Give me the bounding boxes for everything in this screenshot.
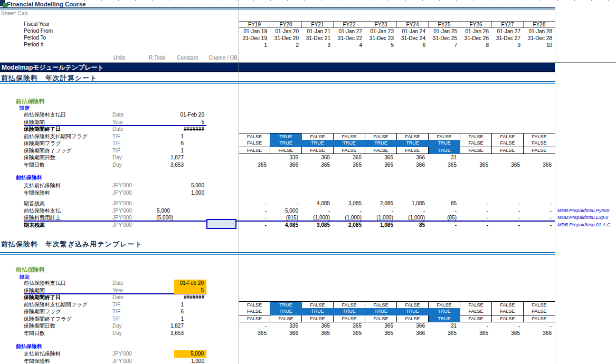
constant-value[interactable]: 5 — [201, 119, 204, 126]
active-selected-cell[interactable]: - — [206, 219, 236, 229]
flag-cell[interactable]: FALSE — [524, 147, 555, 155]
row-total-value[interactable]: 5,000 — [157, 207, 170, 215]
flag-cell[interactable]: FALSE — [460, 315, 492, 323]
period-to-cell[interactable]: 31-Dec 23 — [365, 35, 397, 42]
value-cell[interactable]: - — [397, 207, 429, 215]
value-cell[interactable]: - — [239, 322, 270, 330]
flag-cell[interactable]: TRUE — [270, 140, 302, 147]
flag-cell[interactable]: TRUE — [302, 140, 334, 147]
constant-value[interactable]: 1,000 — [191, 189, 204, 197]
value-cell[interactable]: 3,085 — [302, 222, 334, 229]
value-cell[interactable]: 365 — [302, 154, 334, 161]
fy-header-cell[interactable]: FY20 — [270, 21, 302, 28]
value-cell[interactable]: - — [492, 322, 524, 330]
period-num-cell[interactable]: 6 — [397, 42, 429, 49]
period-num-cell[interactable]: 5 — [365, 42, 397, 49]
row-total-value[interactable]: 1,827 — [170, 154, 184, 161]
value-cell[interactable]: 366 — [524, 330, 555, 337]
value-cell[interactable]: 365 — [365, 330, 397, 337]
period-to-cell[interactable]: 31-Dec 21 — [302, 35, 334, 42]
value-cell[interactable]: 2,085 — [365, 200, 397, 207]
flag-cell[interactable]: FALSE — [524, 315, 555, 323]
flag-cell[interactable]: TRUE — [334, 140, 365, 147]
fy-header-cell[interactable]: FY26 — [460, 21, 492, 28]
value-cell[interactable]: 365 — [302, 161, 334, 169]
value-cell[interactable]: 4,085 — [270, 222, 302, 229]
period-num-cell[interactable]: 10 — [524, 42, 555, 49]
period-to-cell[interactable]: 31-Dec 22 — [334, 35, 365, 42]
constant-value[interactable]: 01-Feb 20 — [180, 111, 204, 119]
flag-cell[interactable]: FALSE — [239, 315, 270, 323]
flag-cell[interactable]: FALSE — [334, 301, 365, 309]
period-from-cell[interactable]: 01-Jan 22 — [334, 28, 365, 35]
fy-header-cell[interactable]: FY27 — [492, 21, 524, 28]
flag-cell[interactable]: FALSE — [524, 308, 555, 315]
flag-cell[interactable]: TRUE — [334, 308, 365, 315]
value-cell[interactable]: 365 — [334, 330, 365, 337]
flag-cell[interactable]: FALSE — [397, 133, 429, 140]
row-total-value[interactable]: 1 — [181, 133, 184, 140]
value-cell[interactable]: - — [302, 207, 334, 215]
value-cell[interactable]: 365 — [492, 161, 524, 169]
value-cell[interactable]: 365 — [302, 322, 334, 330]
row-total-value[interactable]: 6 — [181, 140, 184, 147]
value-cell[interactable]: 366 — [270, 330, 302, 337]
value-cell[interactable]: 5,000 — [270, 207, 302, 215]
value-cell[interactable]: - — [270, 200, 302, 207]
flag-cell[interactable]: TRUE — [270, 308, 302, 315]
flag-cell[interactable]: FALSE — [460, 301, 492, 309]
value-cell[interactable]: 1,085 — [397, 200, 429, 207]
flag-cell[interactable]: FALSE — [460, 133, 492, 140]
flag-cell[interactable]: FALSE — [492, 315, 524, 323]
value-cell[interactable]: 365 — [334, 322, 365, 330]
value-cell[interactable]: 365 — [365, 161, 397, 169]
period-from-cell[interactable]: 01-Jan 19 — [239, 28, 270, 35]
flag-cell[interactable]: FALSE — [270, 147, 302, 155]
flag-cell[interactable]: FALSE — [302, 315, 334, 323]
constant-value[interactable]: ####### — [184, 126, 204, 133]
flag-cell[interactable]: TRUE — [397, 140, 429, 147]
value-cell[interactable]: 365 — [239, 161, 270, 169]
flag-cell[interactable]: TRUE — [365, 308, 397, 315]
fy-header-cell[interactable]: FY22 — [334, 21, 365, 28]
value-cell[interactable]: 365 — [365, 322, 397, 330]
value-cell[interactable]: 335 — [270, 154, 302, 161]
flag-cell[interactable]: FALSE — [460, 308, 492, 315]
value-cell[interactable]: - — [429, 207, 460, 215]
period-num-cell[interactable]: 7 — [429, 42, 460, 49]
value-cell[interactable]: 365 — [429, 161, 460, 169]
period-from-cell[interactable]: 01-Jan 23 — [365, 28, 397, 35]
input-cell-highlighted[interactable]: 5,000 — [174, 350, 206, 358]
row-total-value[interactable]: 1 — [181, 301, 184, 309]
flag-cell[interactable]: FALSE — [239, 301, 270, 309]
row-total-value[interactable]: 3,653 — [170, 161, 184, 169]
period-from-cell[interactable]: 01-Jan 24 — [397, 28, 429, 35]
flag-cell[interactable]: FALSE — [302, 133, 334, 140]
flag-cell[interactable]: FALSE — [524, 301, 555, 309]
flag-cell[interactable]: TRUE — [302, 308, 334, 315]
value-cell[interactable]: 365 — [302, 330, 334, 337]
value-cell[interactable]: 366 — [397, 154, 429, 161]
flag-cell[interactable]: TRUE — [429, 140, 460, 147]
value-cell[interactable]: - — [524, 322, 555, 330]
flag-cell[interactable]: TRUE — [429, 308, 460, 315]
flag-cell[interactable]: FALSE — [460, 140, 492, 147]
flag-cell[interactable]: FALSE — [334, 133, 365, 140]
flag-cell[interactable]: TRUE — [397, 308, 429, 315]
period-to-cell[interactable]: 31-Dec 19 — [239, 35, 270, 42]
row-total-value[interactable]: 1 — [181, 147, 184, 155]
value-cell[interactable]: - — [460, 322, 492, 330]
flag-cell[interactable]: FALSE — [492, 133, 524, 140]
flag-cell[interactable]: TRUE — [429, 147, 460, 155]
flag-cell[interactable]: FALSE — [492, 140, 524, 147]
row-total-value[interactable]: 1,827 — [170, 322, 184, 330]
value-cell[interactable]: - — [460, 200, 492, 207]
flag-cell[interactable]: TRUE — [270, 301, 302, 309]
fy-header-cell[interactable]: FY23 — [365, 21, 397, 28]
value-cell[interactable]: - — [239, 222, 270, 229]
value-cell[interactable]: 365 — [460, 161, 492, 169]
flag-cell[interactable]: FALSE — [302, 301, 334, 309]
fy-header-cell[interactable]: FY21 — [302, 21, 334, 28]
period-from-cell[interactable]: 01-Jan 25 — [429, 28, 460, 35]
period-to-cell[interactable]: 31-Dec 25 — [429, 35, 460, 42]
